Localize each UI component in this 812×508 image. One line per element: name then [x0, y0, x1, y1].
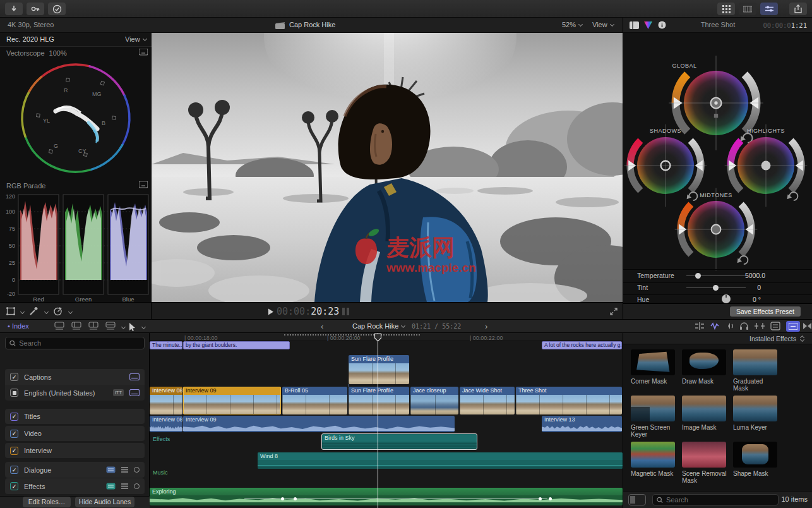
viewer-canvas[interactable]: 麦派网 www.macpie.cn: [152, 33, 623, 302]
project-menu[interactable]: Cap Rock Hike: [352, 322, 405, 330]
viewer-zoom-menu[interactable]: 52%: [562, 21, 582, 28]
keyframe-dot[interactable]: [549, 497, 552, 500]
video-clip[interactable]: Jace Wide Shot: [460, 387, 515, 414]
transitions-browser-icon[interactable]: [803, 322, 812, 330]
effect-clip-selected[interactable]: Birds in Sky: [322, 434, 477, 449]
tint-value[interactable]: 0: [717, 284, 761, 291]
role-row-interview[interactable]: ✓ Interview: [5, 443, 145, 458]
video-checkbox[interactable]: ✓: [10, 430, 18, 438]
timeline-index-icon[interactable]: [770, 322, 780, 330]
temperature-thumb[interactable]: [695, 273, 701, 279]
hide-audio-lanes-button[interactable]: Hide Audio Lanes: [75, 497, 134, 507]
focus-icon[interactable]: [134, 483, 140, 489]
headphones-icon[interactable]: [739, 322, 749, 330]
import-media-button[interactable]: [5, 3, 23, 15]
connected-clip-sun-flare[interactable]: Sun Flare Profile: [349, 355, 409, 384]
audio-lanes-icon[interactable]: [106, 466, 116, 473]
effect-item[interactable]: Draw Mask: [682, 349, 727, 385]
viewer-view-menu[interactable]: View: [592, 21, 614, 28]
chevron-down-icon[interactable]: [20, 310, 25, 314]
audio-lanes-icon[interactable]: [106, 483, 116, 490]
share-button[interactable]: [789, 3, 807, 15]
caption-display-icon[interactable]: [129, 373, 140, 380]
effects-search-field[interactable]: [652, 494, 779, 505]
scope-display-icon[interactable]: [139, 181, 148, 189]
sidebar-toggle-button[interactable]: [628, 494, 646, 505]
scopes-view-menu[interactable]: View: [125, 35, 146, 43]
edit-roles-button[interactable]: Edit Roles…: [23, 497, 71, 507]
temperature-value[interactable]: 5000.0: [721, 272, 765, 279]
browser-layout-button[interactable]: [717, 3, 735, 15]
save-effects-preset-button[interactable]: Save Effects Preset: [730, 306, 801, 317]
play-button[interactable]: [268, 308, 274, 315]
timeline[interactable]: | 00:00:18:00 | 00:00:20:00 | 00:00:22:0…: [150, 333, 623, 508]
role-row-titles[interactable]: ✓ Titles: [5, 409, 145, 424]
video-clip[interactable]: Interview 08: [150, 387, 182, 414]
effects-checkbox[interactable]: ✓: [10, 482, 18, 490]
solo-icon[interactable]: [725, 322, 735, 330]
role-row-video[interactable]: ✓ Video: [5, 426, 145, 441]
role-row-english[interactable]: English (United States) ITT: [5, 385, 145, 401]
captions-checkbox[interactable]: ✓: [10, 373, 18, 381]
inspector-toggle-button[interactable]: [760, 3, 778, 15]
effect-item[interactable]: Graduated Mask: [733, 349, 779, 392]
audio-meters[interactable]: [347, 308, 349, 315]
effect-item[interactable]: Magnetic Mask: [631, 442, 676, 477]
caption-display-icon[interactable]: [129, 389, 140, 396]
audio-clip[interactable]: Interview 13: [542, 416, 622, 432]
trim-icon[interactable]: [695, 322, 705, 330]
clip-appearance-icon[interactable]: [54, 322, 65, 331]
dialogue-checkbox[interactable]: ✓: [10, 466, 18, 474]
english-checkbox[interactable]: [10, 389, 18, 397]
previous-project-button[interactable]: ‹: [321, 322, 323, 331]
effect-item[interactable]: Corner Mask: [631, 349, 676, 385]
video-clip[interactable]: B-Roll 05: [282, 387, 347, 414]
effect-item[interactable]: Shape Mask: [733, 442, 779, 477]
retime-tool-icon[interactable]: [53, 306, 63, 316]
select-tool-icon[interactable]: [129, 322, 136, 331]
audio-skimming-icon[interactable]: [710, 322, 720, 330]
effects-wand-icon[interactable]: [29, 306, 39, 316]
effect-item[interactable]: Green Screen Keyer: [631, 396, 676, 438]
timeline-layout-button[interactable]: [739, 3, 756, 15]
caption-clip[interactable]: by the giant boulders.: [183, 341, 290, 349]
hue-value[interactable]: 0 °: [717, 296, 761, 303]
focus-icon[interactable]: [134, 467, 140, 473]
effect-item[interactable]: Scene Removal Mask: [682, 442, 727, 484]
keyword-editor-button[interactable]: [27, 3, 44, 15]
effect-item[interactable]: Image Mask: [682, 396, 727, 431]
effects-browser-button[interactable]: [786, 321, 800, 332]
audio-clip[interactable]: Interview 08: [150, 416, 182, 432]
index-search-field[interactable]: [5, 337, 145, 349]
video-clip[interactable]: Sun Flare Profile: [349, 387, 409, 414]
effect-item[interactable]: Luma Keyer: [733, 396, 779, 431]
chevron-down-icon[interactable]: [68, 310, 73, 314]
transform-tool-icon[interactable]: [6, 307, 15, 315]
caption-clip[interactable]: The minute...: [150, 341, 182, 349]
music-clip[interactable]: Exploring: [150, 488, 623, 505]
clip-appearance-icon[interactable]: [105, 322, 116, 331]
chevron-down-icon[interactable]: [141, 325, 146, 329]
keyframe-dot[interactable]: [281, 497, 284, 500]
keyframe-dot[interactable]: [539, 497, 542, 500]
video-clip[interactable]: Three Shot: [516, 387, 622, 414]
playhead-handle[interactable]: [374, 333, 382, 342]
video-clip-selected[interactable]: Interview 09: [183, 387, 281, 414]
caption-clip[interactable]: A lot of the rocks here actually g...: [542, 341, 622, 349]
role-row-dialogue[interactable]: ✓ Dialogue: [5, 462, 145, 478]
audio-clip[interactable]: Interview 09: [183, 416, 455, 432]
next-project-button[interactable]: ›: [485, 322, 487, 331]
playhead[interactable]: [378, 333, 378, 508]
effects-search-input[interactable]: [666, 496, 774, 504]
effect-clip[interactable]: Wind 8: [258, 452, 623, 469]
audio-meters[interactable]: [342, 308, 345, 315]
role-row-captions[interactable]: ✓ Captions: [5, 369, 145, 385]
index-toggle-button[interactable]: • Index: [8, 322, 29, 330]
chevron-down-icon[interactable]: [121, 325, 126, 329]
clip-appearance-icon[interactable]: [88, 322, 99, 331]
effects-category-menu[interactable]: Installed Effects: [749, 335, 796, 342]
lane-list-icon[interactable]: [121, 467, 128, 473]
lane-list-icon[interactable]: [121, 483, 128, 489]
scope-display-icon[interactable]: [139, 49, 148, 56]
titles-checkbox[interactable]: ✓: [10, 413, 18, 421]
